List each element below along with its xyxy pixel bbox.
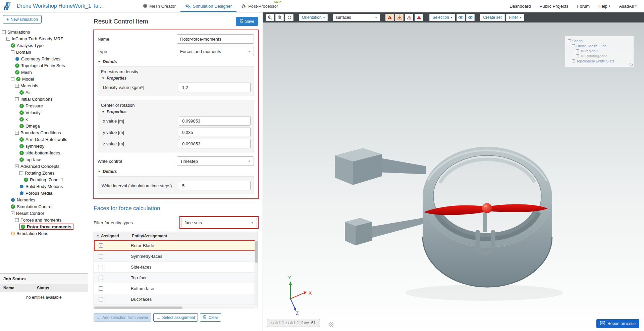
nav-help[interactable]: Help▾ bbox=[598, 4, 610, 9]
render-mode-select[interactable]: surfaces ▼ bbox=[333, 14, 380, 21]
collapse-toggle[interactable]: − bbox=[15, 164, 19, 168]
viewport-canvas[interactable]: −Scene−Drone_Mesh_Fine+region0+RotatingZ… bbox=[263, 22, 644, 331]
nav-dashboard[interactable]: Dashboard bbox=[509, 4, 531, 9]
mesh-quality-button-4[interactable] bbox=[415, 14, 423, 21]
tree-item-domain[interactable]: −Domain bbox=[0, 49, 88, 55]
collapse-toggle[interactable]: − bbox=[11, 50, 14, 54]
assigned-column-header[interactable]: Assigned bbox=[101, 234, 132, 238]
project-title[interactable]: Drone Workshop HomeWork_1 Ta... bbox=[17, 3, 103, 9]
filter-dropdown[interactable]: Filter ▾ bbox=[506, 14, 524, 21]
tree-item-result-control[interactable]: −Result Control bbox=[0, 210, 88, 217]
tree-item-topological-entity-sets[interactable]: ✓Topological Entity Sets bbox=[0, 62, 88, 69]
mesh-quality-button-2[interactable] bbox=[395, 14, 404, 21]
tree-item-boundary-conditions[interactable]: −Boundary Conditions bbox=[0, 129, 88, 136]
tree-item-symmetry[interactable]: ✓symmetry bbox=[0, 143, 88, 149]
visibility-eye-icon[interactable] bbox=[580, 55, 584, 57]
assignment-row-rotor-blade[interactable]: ✓Rotor-Blade bbox=[94, 240, 258, 251]
z-value-input[interactable] bbox=[179, 139, 251, 148]
nav-public-projects[interactable]: Public Projects bbox=[540, 4, 569, 9]
assignment-row-top-face[interactable]: Top-face bbox=[94, 273, 258, 283]
entity-column-header[interactable]: Entity/Assignment bbox=[132, 234, 258, 238]
tree-item-materials[interactable]: −Materials bbox=[0, 82, 88, 89]
label-resize-grip[interactable] bbox=[329, 322, 333, 327]
collapse-toggle[interactable]: − bbox=[2, 30, 6, 34]
expand-toggle[interactable]: + bbox=[572, 59, 575, 62]
tree-item-initial-conditions[interactable]: −Initial Conditions bbox=[0, 96, 88, 102]
tree-item-incomp-turb-steady-mrf[interactable]: −InComp-Turb-Steady-MRF bbox=[0, 35, 88, 42]
sort-caret-icon[interactable]: ▼ bbox=[97, 235, 99, 238]
x-value-input[interactable] bbox=[179, 116, 251, 126]
tree-item-pressure[interactable]: ✓Pressure bbox=[0, 102, 88, 109]
tree-item-forces-and-moments[interactable]: −Forces and moments bbox=[0, 217, 88, 223]
tree-item-air[interactable]: ✓Air bbox=[0, 89, 88, 96]
visibility-eye-icon[interactable] bbox=[580, 50, 584, 52]
selection-dropdown[interactable]: Selection ▾ bbox=[429, 14, 455, 21]
tree-item-simulation-control[interactable]: ✓Simulation Control bbox=[0, 203, 88, 210]
scene-tree-item-scene[interactable]: −Scene bbox=[567, 38, 632, 43]
expand-toggle[interactable]: + bbox=[576, 54, 579, 57]
resize-handle[interactable] bbox=[630, 63, 633, 66]
scrollbar-thumb[interactable] bbox=[94, 306, 182, 309]
cor-properties-toggle[interactable]: ▼ Properties bbox=[102, 109, 251, 114]
table-horizontal-scrollbar[interactable] bbox=[94, 306, 255, 309]
tree-item-mesh[interactable]: ✓Mesh bbox=[0, 69, 88, 76]
hide-entity-button[interactable] bbox=[466, 14, 475, 21]
tree-item-porous-media[interactable]: Porous Media bbox=[0, 190, 88, 196]
write-details-toggle[interactable]: ▼ Details bbox=[98, 169, 254, 174]
save-button[interactable]: Save bbox=[236, 17, 258, 26]
name-input[interactable] bbox=[177, 34, 254, 44]
assignment-row-duct-faces[interactable]: Duct-faces bbox=[94, 294, 258, 305]
entity-filter-select[interactable]: face sets ▼ bbox=[181, 218, 257, 227]
show-entity-button[interactable] bbox=[457, 14, 465, 21]
collapse-toggle[interactable]: − bbox=[15, 97, 19, 101]
collapse-toggle[interactable]: − bbox=[6, 37, 10, 41]
assigned-checkbox[interactable] bbox=[99, 265, 103, 269]
tree-item-advanced-concepts[interactable]: −Advanced Concepts bbox=[0, 163, 88, 170]
freestream-properties-toggle[interactable]: ▼ Properties bbox=[102, 76, 251, 81]
assigned-checkbox[interactable]: ✓ bbox=[99, 243, 103, 248]
tree-item-k[interactable]: ✓k bbox=[0, 116, 88, 123]
write-interval-input[interactable] bbox=[179, 181, 251, 190]
add-selection-from-viewer-button[interactable]: ← Add selection from viewer bbox=[94, 313, 151, 322]
collapse-toggle[interactable]: − bbox=[15, 218, 19, 222]
details-toggle[interactable]: ▼ Details bbox=[98, 59, 254, 64]
drone-model[interactable] bbox=[263, 22, 644, 331]
collapse-toggle[interactable]: − bbox=[19, 171, 23, 175]
tree-item-top-face[interactable]: ✓top-face bbox=[0, 156, 88, 163]
new-simulation-button[interactable]: + New simulation bbox=[3, 15, 42, 23]
tree-item-simulations[interactable]: −Simulations bbox=[0, 29, 88, 35]
table-vertical-scrollbar[interactable] bbox=[255, 240, 258, 306]
zoom-to-fit-button[interactable] bbox=[275, 14, 284, 21]
tree-item-velocity[interactable]: ✓Velocity bbox=[0, 109, 88, 116]
select-assignment-button[interactable]: → Select assignment bbox=[153, 313, 198, 322]
assigned-checkbox[interactable] bbox=[99, 276, 103, 280]
tree-item-rotor-force-moments[interactable]: ✓Rotor-force-moments bbox=[0, 223, 88, 230]
orientation-dropdown[interactable]: Orientation ▾ bbox=[299, 14, 328, 21]
tree-item-arm-duct-rotor-walls[interactable]: ✓Arm-Duct-Rotor-walls bbox=[0, 136, 88, 143]
assigned-checkbox[interactable] bbox=[99, 286, 103, 291]
scene-tree-item-topological-entity-s-ets[interactable]: +Topological Entity S ets bbox=[567, 58, 632, 63]
collapse-toggle[interactable]: − bbox=[15, 84, 19, 88]
tree-item-geometry-primitives[interactable]: Geometry Primitives bbox=[0, 55, 88, 62]
create-set-button[interactable]: Create set bbox=[480, 14, 504, 21]
collapse-toggle[interactable]: − bbox=[15, 131, 19, 135]
nav-forum[interactable]: Forum bbox=[577, 4, 590, 9]
nav-asadali[interactable]: AsadAli▾ bbox=[619, 4, 637, 9]
collapse-toggle[interactable]: − bbox=[11, 211, 14, 215]
tab-post-processor[interactable]: Post-ProcessorBETA bbox=[236, 0, 283, 12]
scene-tree-item-drone-mesh-fine[interactable]: −Drone_Mesh_Fine bbox=[567, 43, 632, 48]
tree-item-analysis-type[interactable]: ✓Analysis Type bbox=[0, 42, 88, 49]
tree-item-side-bottom-faces[interactable]: ✓side-bottom-faces bbox=[0, 149, 88, 156]
tab-mesh-creator[interactable]: Mesh Creator bbox=[138, 0, 180, 12]
density-input[interactable] bbox=[179, 83, 251, 92]
assigned-checkbox[interactable] bbox=[99, 297, 103, 301]
assignment-row-symmetry-faces[interactable]: Symmetry-faces bbox=[94, 251, 258, 262]
clear-button[interactable]: Clear bbox=[200, 313, 221, 322]
tab-simulation-designer[interactable]: Simulation Designer bbox=[180, 0, 236, 12]
tree-item-simulation-runs[interactable]: Simulation Runs bbox=[0, 230, 88, 237]
scrollbar-thumb[interactable] bbox=[255, 241, 258, 263]
expand-toggle[interactable]: + bbox=[576, 49, 579, 52]
zoom-in-button[interactable] bbox=[266, 14, 274, 21]
simscale-logo[interactable] bbox=[3, 1, 13, 11]
y-value-input[interactable] bbox=[179, 128, 251, 137]
